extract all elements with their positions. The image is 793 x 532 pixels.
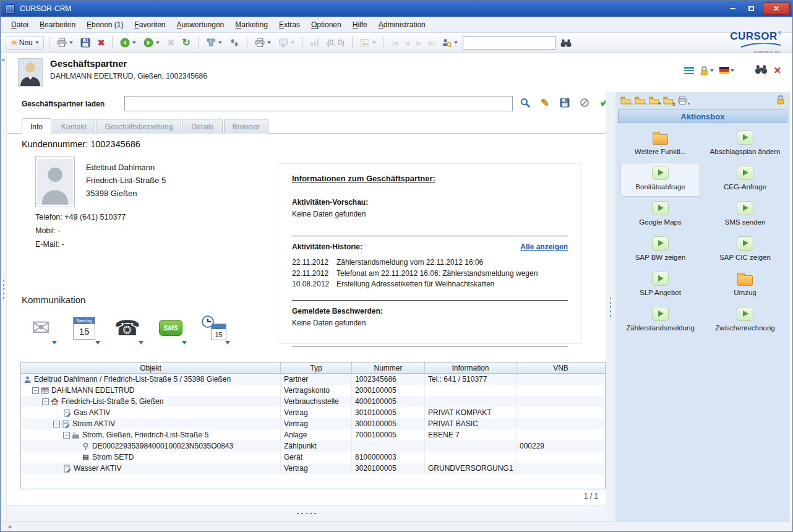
menu-administration[interactable]: Administration [373,18,431,32]
delete-button[interactable]: ✖ [95,36,108,49]
print-preview-button[interactable] [54,36,75,49]
action-ceg-anfrage[interactable]: CEG-Anfrage [705,163,785,197]
action-zaehlerstandsmeldung[interactable]: Zählerstandsmeldung [620,304,700,338]
tab-geschaeftsbeziehung[interactable]: Geschäftsbeziehung [96,119,181,134]
collapse-bottom-icon[interactable]: « [8,523,12,530]
tab-kontakt[interactable]: Kontakt [53,119,95,134]
left-splitter-handle[interactable] [2,278,5,299]
tab-browser[interactable]: Browser [224,119,268,134]
task-action-button[interactable]: 15 [197,311,231,345]
menu-marketing[interactable]: Marketing [229,18,273,32]
search-button[interactable] [558,36,574,49]
maximize-button[interactable] [742,2,760,15]
table-row[interactable]: − Strom AKTIV Vertrag 3000100005 PRIVAT … [21,418,605,429]
column-objekt[interactable]: Objekt [21,363,281,373]
action-umzug[interactable]: Umzug [705,268,785,302]
nav-first-button[interactable]: |◀ [389,36,400,49]
collapse-icon[interactable]: − [53,421,60,427]
minimize-button[interactable] [723,2,742,15]
print-button[interactable] [252,36,273,49]
quick-search-input[interactable] [463,36,555,49]
image-button[interactable] [358,36,379,49]
email-action-button[interactable]: ✉ [24,311,58,345]
menu-icon[interactable] [684,67,694,74]
tracking-button[interactable] [227,36,242,49]
tab-details[interactable]: Details [182,119,223,134]
save-button[interactable] [78,36,93,49]
chart-button[interactable] [307,36,322,49]
menu-favoriten[interactable]: Favoriten [129,18,171,32]
menu-hilfe[interactable]: Hilfe [347,18,373,32]
menu-ebenen[interactable]: Ebenen (1) [81,18,129,32]
collapse-icon[interactable]: − [32,387,39,394]
action-sap-bw-zeigen[interactable]: SAP BW zeigen [620,233,700,267]
action-sap-cic-zeigen[interactable]: SAP CIC zeigen [705,233,785,267]
new-button[interactable]: ✳ Neu [6,36,44,49]
action-google-maps[interactable]: Google Maps [620,198,700,232]
nav-prev-button[interactable]: ◀ [402,36,411,49]
refresh-button[interactable]: ↻ [179,36,192,49]
table-row[interactable]: Strom SETD Gerät 8100000003 [21,452,605,463]
splitter-handle[interactable] [296,512,318,515]
history-entry[interactable]: 22.11.2012 Telefonat am 22.11.2012 16:06… [292,268,568,280]
back-button[interactable] [118,36,139,49]
lock-actionbox-button[interactable] [776,95,785,106]
nav-next-button[interactable]: ▶ [414,36,423,49]
column-information[interactable]: Information [425,363,517,373]
partner-search-input[interactable] [124,96,513,111]
flag-button[interactable] [719,67,734,74]
bottom-splitter[interactable] [7,505,606,521]
action-sms-senden[interactable]: SMS senden [705,198,785,232]
action-bonitaetsabfrage[interactable]: Bonitätsabfrage [620,163,700,197]
table-row[interactable]: Gas AKTIV Vertrag 3010100005 PRIVAT KOMP… [21,407,605,418]
edit-button[interactable]: ✎ [538,95,552,111]
forward-button[interactable] [141,36,162,49]
history-entry[interactable]: 10.08.2012 Erstellung Adressetiketten fü… [292,279,568,290]
show-all-link[interactable]: Alle anzeigen [520,242,568,254]
column-typ[interactable]: Typ [281,363,352,373]
sidebar-splitter[interactable] [606,92,615,521]
menu-extras[interactable]: Extras [273,18,306,32]
folder-remove-button[interactable]: x [663,96,674,105]
close-record-button[interactable]: ✕ [773,65,781,76]
save-record-button[interactable] [557,95,572,111]
splitter-handle[interactable] [609,296,612,317]
workflow-button[interactable] [204,36,225,49]
menu-auswertungen[interactable]: Auswertungen [171,18,230,32]
cancel-button[interactable]: ✖ [165,36,177,49]
close-button[interactable]: ✕ [763,2,790,15]
table-row[interactable]: − Strom, Gießen, Friedrich-List-Straße 5… [21,429,605,440]
nav-last-button[interactable]: ▶| [426,36,437,49]
discard-button[interactable] [577,95,592,111]
action-zwischenrechnung[interactable]: Zwischenrechnung [705,304,785,338]
monitor-button[interactable] [276,36,297,49]
phone-action-button[interactable]: ☎ [111,311,144,345]
table-row[interactable]: Wasser AKTIV Vertrag 3020100005 GRUNDVER… [21,463,605,474]
sms-action-button[interactable]: SMS [154,311,187,345]
collapse-icon[interactable]: − [42,398,49,405]
collapse-left-icon[interactable]: « [1,56,6,63]
tab-info[interactable]: Info [22,118,51,134]
action-abschlagsplan-aendern[interactable]: Abschlagsplan ändern [705,127,785,161]
appointment-action-button[interactable]: Samstag 15 [67,311,101,345]
table-row[interactable]: − Friedrich-List-Straße 5, Gießen Verbra… [21,396,605,407]
menu-datei[interactable]: Datei [6,18,34,32]
folder-back-button[interactable]: ‹ [620,96,631,105]
table-row[interactable]: DE000229353984000100023N5035O0843 Zählpu… [21,440,605,452]
search-lookup-button[interactable] [518,95,533,111]
print-list-button[interactable]: • [677,96,688,105]
folder-add-button[interactable]: + [649,96,659,105]
lock-button[interactable] [700,66,714,75]
action-slp-angebot[interactable]: SLP Angebot [620,268,700,302]
column-vnb[interactable]: VNB [517,363,605,373]
folder-up-button[interactable]: ↑ [635,96,645,105]
table-row[interactable]: Edeltrud Dahlmann / Friedrich-List-Straß… [21,374,605,385]
column-nummer[interactable]: Nummer [352,363,425,373]
search-record-button[interactable] [755,64,768,76]
person-search-button[interactable] [439,36,460,49]
action-weitere-funktionen[interactable]: Weitere Funkti... [620,127,700,161]
collapse-icon[interactable]: − [63,432,70,439]
table-row[interactable]: − DAHLMANN EDELTRUD Vertragskonto 200010… [21,385,605,396]
menu-bearbeiten[interactable]: Bearbeiten [34,18,81,32]
history-entry[interactable]: 22.11.2012 Zählerstandsmeldung vom 22.11… [292,257,568,268]
